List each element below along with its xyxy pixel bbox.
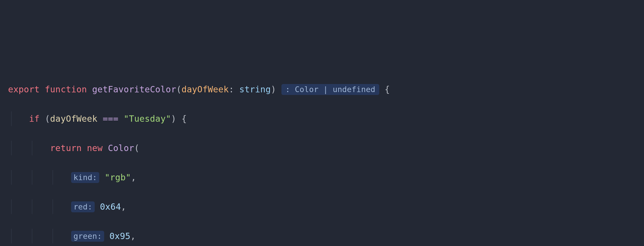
brace-open: { bbox=[182, 114, 187, 124]
inlay-hint-return-type: : Color | undefined bbox=[281, 84, 380, 95]
string-literal: "rgb" bbox=[105, 172, 131, 182]
inlay-hint-param: green: bbox=[71, 231, 104, 242]
paren-close: ) bbox=[171, 114, 176, 124]
code-line[interactable]: red: 0x64, bbox=[8, 199, 636, 214]
code-line[interactable]: export function getFavoriteColor(dayOfWe… bbox=[8, 82, 636, 97]
code-line[interactable]: green: 0x95, bbox=[8, 229, 636, 243]
paren-close: ) bbox=[271, 84, 276, 94]
param-name: dayOfWeek bbox=[182, 84, 229, 94]
code-line[interactable]: if (dayOfWeek === "Tuesday") { bbox=[8, 111, 636, 126]
inlay-hint-param: kind: bbox=[71, 172, 99, 183]
variable: dayOfWeek bbox=[50, 114, 97, 124]
comma: , bbox=[121, 202, 126, 212]
keyword-function: function bbox=[45, 84, 87, 94]
paren-open: ( bbox=[176, 84, 181, 94]
number-literal: 0x95 bbox=[109, 231, 130, 241]
comma: , bbox=[130, 231, 136, 241]
paren-open: ( bbox=[45, 114, 50, 124]
keyword-new: new bbox=[87, 143, 103, 153]
function-name: getFavoriteColor bbox=[92, 84, 176, 94]
operator-equals: === bbox=[103, 114, 119, 124]
inlay-hint-param: red: bbox=[71, 201, 95, 212]
paren-open: ( bbox=[134, 143, 139, 153]
code-editor[interactable]: export function getFavoriteColor(dayOfWe… bbox=[8, 67, 636, 246]
keyword-return: return bbox=[50, 143, 82, 153]
keyword-export: export bbox=[8, 84, 40, 94]
keyword-if: if bbox=[29, 114, 40, 124]
code-line[interactable]: kind: "rgb", bbox=[8, 170, 636, 185]
string-literal: "Tuesday" bbox=[124, 114, 171, 124]
param-type: string bbox=[239, 84, 271, 94]
brace-open: { bbox=[385, 84, 390, 94]
code-line[interactable]: return new Color( bbox=[8, 141, 636, 155]
number-literal: 0x64 bbox=[100, 202, 121, 212]
comma: , bbox=[131, 172, 136, 182]
class-name: Color bbox=[108, 143, 134, 153]
colon: : bbox=[229, 84, 234, 94]
